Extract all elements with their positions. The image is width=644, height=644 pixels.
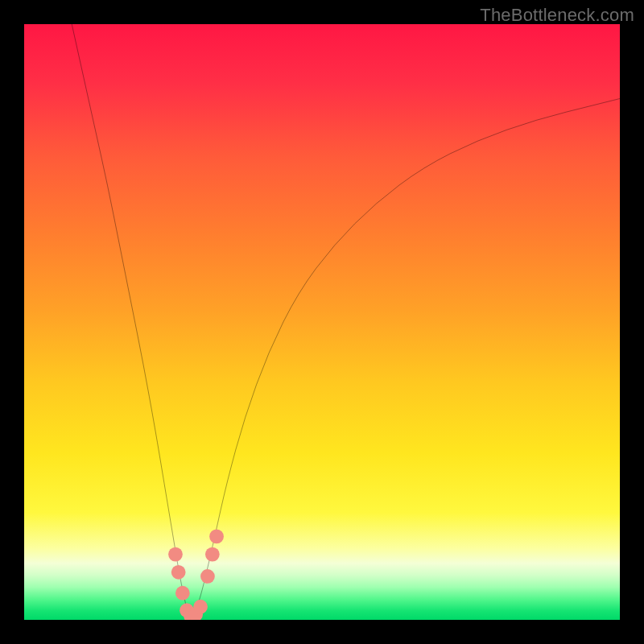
marker-layer [168, 530, 224, 620]
marker-right-arm-top [209, 530, 224, 544]
watermark-text: TheBottleneck.com [480, 5, 634, 26]
marker-left-arm-top [168, 547, 183, 562]
marker-left-arm-mid [171, 565, 186, 580]
marker-left-arm-low [175, 586, 190, 601]
marker-trough-d [193, 600, 208, 614]
bottleneck-curve [72, 24, 620, 616]
marker-right-arm-mid [205, 547, 220, 562]
chart-svg [24, 24, 620, 620]
plot-area [24, 24, 620, 620]
chart-frame: TheBottleneck.com [0, 0, 644, 644]
marker-right-arm-low [200, 569, 215, 584]
